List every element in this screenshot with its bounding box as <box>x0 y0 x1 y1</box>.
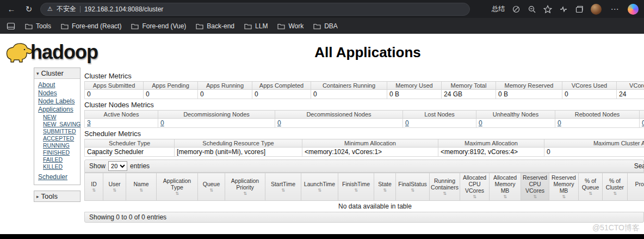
bookmark-folder-work[interactable]: Work <box>277 22 304 30</box>
column-header-finishtime[interactable]: FinishTime⇅ <box>338 173 374 201</box>
rebooted-nodes-link[interactable]: 0 <box>558 119 561 127</box>
bookmark-folder-foreend-vue[interactable]: Fore-end (Vue) <box>131 22 186 30</box>
sidebar-state-submitted[interactable]: SUBMITTED <box>43 128 79 134</box>
column-header <box>640 111 644 119</box>
profile-avatar[interactable] <box>591 4 602 15</box>
sidebar-section-tools[interactable]: ▸ Tools <box>34 191 80 201</box>
collections-icon[interactable] <box>575 5 584 14</box>
column-header: VCores Used <box>562 82 617 90</box>
column-header-id[interactable]: ID⇅ <box>85 173 103 201</box>
zoom-out-icon[interactable] <box>528 5 536 14</box>
sidebar-link-node-labels[interactable]: Node Labels <box>38 97 79 105</box>
active-nodes-link[interactable]: 3 <box>87 119 91 127</box>
apps-table-header-row: ID⇅ User⇅ Name⇅ Application Type⇅ Queue⇅… <box>85 173 644 201</box>
column-header-allocated-cpu-vcores[interactable]: Allocated CPU VCores⇅ <box>460 173 490 201</box>
bookmark-folder-dba[interactable]: DBA <box>313 22 338 30</box>
yarn-ui-page: hadoop All Applications ▾ Cluster About … <box>0 34 644 239</box>
blocked-content-icon[interactable] <box>512 5 521 14</box>
bookmark-folder-foreend-react[interactable]: Fore-end (React) <box>61 22 121 30</box>
column-header: Containers Running <box>311 82 387 90</box>
hadoop-logo[interactable]: hadoop <box>4 40 98 64</box>
sidebar-link-about[interactable]: About <box>38 81 79 89</box>
column-header-reserved-cpu-vcores[interactable]: Reserved CPU VCores⇅ <box>521 173 549 201</box>
sidebar-link-applications[interactable]: Applications <box>38 106 79 113</box>
column-header-application-priority[interactable]: Application Priority⇅ <box>225 173 265 201</box>
sidebar-section-cluster[interactable]: ▾ Cluster <box>34 68 80 79</box>
sidebar-state-failed[interactable]: FAILED <box>43 156 79 163</box>
empty-table-row: No data available in table <box>85 201 644 212</box>
metric-value: 24 <box>617 90 644 99</box>
page-body: ▾ Cluster About Nodes Node Labels Applic… <box>0 68 644 223</box>
sort-icon: ⇅ <box>397 188 428 193</box>
unhealthy-nodes-link[interactable]: 0 <box>479 119 482 127</box>
bookmark-label: DBA <box>324 22 338 30</box>
security-label[interactable]: 不安全 <box>57 4 76 14</box>
column-header-starttime[interactable]: StartTime⇅ <box>265 173 301 201</box>
column-header-running-containers[interactable]: Running Containers⇅ <box>430 173 460 201</box>
favorites-star-icon[interactable] <box>543 5 552 14</box>
bookmark-label: Back-end <box>207 22 234 30</box>
metric-value: <memory:1024, vCores:1> <box>302 148 438 157</box>
lost-nodes-link[interactable]: 0 <box>405 119 409 127</box>
sort-icon: ⇅ <box>375 188 394 193</box>
table-row: 0 0 0 0 0 0 B 24 GB 0 B 0 24 <box>85 90 644 99</box>
more-options-icon[interactable]: ⋯ <box>609 5 621 13</box>
column-header-percent-of-cluster[interactable]: % of Cluster⇅ <box>603 173 628 201</box>
nodes-metrics-table: Active Nodes Decommissioning Nodes Decom… <box>84 110 644 128</box>
column-header-reserved-memory-mb[interactable]: Reserved Memory MB⇅ <box>549 173 579 201</box>
sidebar-state-accepted[interactable]: ACCEPTED <box>43 135 79 142</box>
column-header-progress[interactable]: Progress⇅ <box>628 173 644 201</box>
sidebar-state-new-saving[interactable]: NEW_SAVING <box>43 121 79 127</box>
bookmark-label: Tools <box>36 22 51 30</box>
page-size-select[interactable]: 20 <box>108 161 127 171</box>
empty-message: No data available in table <box>85 201 644 212</box>
column-header-launchtime[interactable]: LaunchTime⇅ <box>301 173 338 201</box>
chevron-down-icon: ▾ <box>36 71 39 76</box>
summarize-extension-button[interactable]: 总结 <box>492 4 505 14</box>
sidebar-link-nodes[interactable]: Nodes <box>38 89 79 97</box>
column-header-application-type[interactable]: Application Type⇅ <box>157 173 198 201</box>
bookmark-folder-tools[interactable]: Tools <box>25 22 51 30</box>
column-header-allocated-memory-mb[interactable]: Allocated Memory MB⇅ <box>490 173 521 201</box>
metric-value: 0 <box>562 90 617 99</box>
refresh-icon[interactable]: ↻ <box>23 5 35 13</box>
sidebar-link-scheduler[interactable]: Scheduler <box>38 173 79 181</box>
column-header: Apps Pending <box>144 82 198 90</box>
bookmark-folder-backend[interactable]: Back-end <box>196 22 234 30</box>
column-header-name[interactable]: Name⇅ <box>126 173 157 201</box>
column-header-percent-of-queue[interactable]: % of Queue⇅ <box>579 173 603 201</box>
table-toolbar: Show 20 entries Search: <box>84 160 644 173</box>
sort-icon: ⇅ <box>339 188 373 193</box>
address-bar[interactable]: ⚠ 不安全 192.168.2.104:8088/cluster <box>40 3 470 16</box>
workspace-panel-icon[interactable] <box>7 22 15 30</box>
column-header-queue[interactable]: Queue⇅ <box>198 173 225 201</box>
metric-value: Capacity Scheduler <box>85 148 175 157</box>
bookmark-folder-llm[interactable]: LLM <box>244 22 268 30</box>
toolbar-actions: 总结 ⋯ <box>492 4 639 15</box>
sidebar-state-killed[interactable]: KILLED <box>43 163 79 170</box>
metric-value: 0 B <box>496 90 562 99</box>
back-icon[interactable]: ← <box>5 5 17 13</box>
decommissioning-nodes-link[interactable]: 0 <box>160 119 164 127</box>
copilot-icon[interactable] <box>628 4 639 15</box>
browser-essentials-icon[interactable] <box>559 5 568 14</box>
column-header-state[interactable]: State⇅ <box>374 173 396 201</box>
url-text[interactable]: 192.168.2.104:8088/cluster <box>84 5 163 13</box>
metric-value: 0 <box>252 90 311 99</box>
column-header: Scheduler Type <box>85 139 175 148</box>
sidebar-state-new[interactable]: NEW <box>43 114 79 120</box>
metric-value: 0 <box>85 90 144 99</box>
sidebar-cluster-label: Cluster <box>41 69 64 77</box>
sort-icon: ⇅ <box>226 191 264 196</box>
column-header-finalstatus[interactable]: FinalStatus⇅ <box>396 173 430 201</box>
bookmark-label: Fore-end (React) <box>72 22 121 30</box>
page-title: All Applications <box>98 44 637 61</box>
column-header-user[interactable]: User⇅ <box>103 173 126 201</box>
page-header: hadoop All Applications <box>0 34 644 66</box>
decommissioned-nodes-link[interactable]: 0 <box>277 119 281 127</box>
sidebar-state-running[interactable]: RUNNING <box>43 142 79 149</box>
sidebar-state-finished[interactable]: FINISHED <box>43 149 79 156</box>
hadoop-wordmark: hadoop <box>30 44 98 61</box>
search-label[interactable]: Search: <box>634 162 644 170</box>
shutdown-nodes-link[interactable]: 0 <box>642 119 644 127</box>
